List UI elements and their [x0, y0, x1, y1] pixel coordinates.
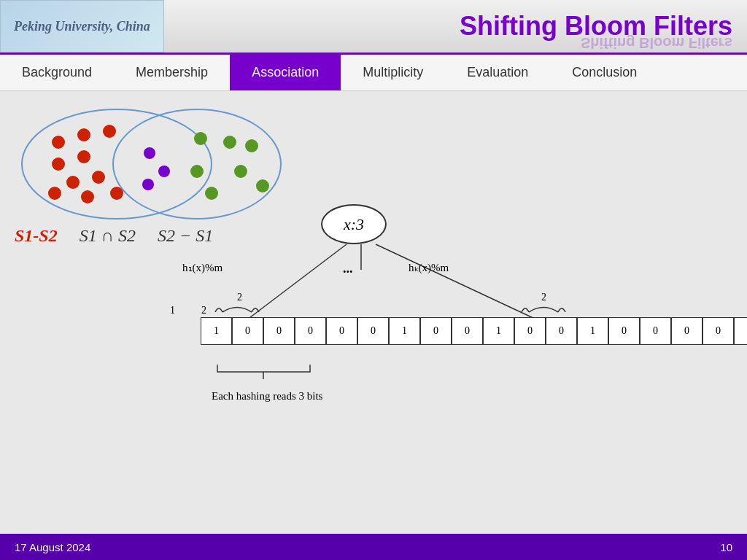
svg-point-9 [48, 187, 61, 200]
svg-point-3 [77, 128, 90, 141]
title-reflection: Shifting Bloom Filters [581, 34, 732, 51]
venn-diagram [15, 98, 292, 222]
array-cell-16: 0 [703, 317, 734, 345]
svg-point-21 [256, 179, 269, 192]
svg-point-13 [158, 166, 170, 177]
svg-point-17 [245, 139, 258, 152]
s1s2-label: S1-S2 [15, 226, 58, 246]
svg-point-6 [77, 150, 90, 163]
svg-point-5 [52, 158, 65, 171]
hashk-label: hₖ(x)%m [409, 261, 449, 274]
header: Peking University, China Shifting Bloom … [0, 0, 747, 55]
hash1-label: h₁(x)%m [182, 261, 222, 274]
array-cell-10: 0 [514, 317, 546, 345]
svg-point-2 [52, 136, 65, 149]
svg-point-16 [223, 136, 236, 149]
nav-item-background[interactable]: Background [0, 55, 114, 90]
svg-point-8 [92, 171, 105, 184]
intersection-label: S1 ∩ S2 [80, 226, 136, 246]
footer-date: 17 August 2024 [15, 541, 90, 553]
bit-array: 1000001001001000001001 [201, 317, 747, 345]
nav-item-association[interactable]: Association [230, 55, 341, 90]
array-cell-12: 1 [577, 317, 608, 345]
m-labels: m m+3 [708, 305, 747, 316]
nav-item-evaluation[interactable]: Evaluation [445, 55, 550, 90]
nav-item-membership[interactable]: Membership [114, 55, 230, 90]
dots-label: ... [343, 261, 353, 276]
svg-point-14 [142, 179, 154, 190]
svg-point-4 [103, 125, 116, 138]
svg-point-19 [234, 165, 247, 178]
array-cell-2: 0 [263, 317, 295, 345]
element-oval: x:3 [321, 204, 387, 244]
svg-point-11 [110, 187, 123, 200]
svg-point-7 [66, 176, 80, 189]
navigation-bar: BackgroundMembershipAssociationMultiplic… [0, 55, 747, 91]
element-label: x:3 [344, 215, 364, 234]
footer: 17 August 2024 10 [0, 534, 747, 560]
array-cell-11: 0 [546, 317, 577, 345]
svg-line-22 [241, 244, 347, 324]
array-cell-14: 0 [640, 317, 671, 345]
footer-page: 10 [720, 541, 732, 553]
array-cell-6: 1 [389, 317, 420, 345]
bracket-label: Each hashing reads 3 bits [212, 390, 322, 402]
svg-point-10 [81, 190, 94, 203]
array-cell-13: 0 [608, 317, 640, 345]
array-cell-3: 0 [295, 317, 326, 345]
svg-point-0 [22, 109, 212, 219]
university-logo: Peking University, China [0, 0, 164, 52]
svg-point-20 [205, 187, 218, 200]
array-top-labels: 1 2 [157, 305, 220, 316]
array-cell-5: 0 [357, 317, 389, 345]
svg-point-1 [113, 109, 281, 219]
array-cell-15: 0 [671, 317, 703, 345]
content-area: S1-S2 S1 ∩ S2 S2 − S1 [0, 91, 747, 534]
array-cell-9: 1 [483, 317, 514, 345]
right-2-label: 2 [541, 292, 546, 303]
array-cell-7: 0 [420, 317, 452, 345]
university-name: Peking University, China [14, 19, 150, 34]
left-2-label: 2 [237, 292, 242, 303]
svg-line-23 [376, 244, 547, 324]
nav-item-conclusion[interactable]: Conclusion [550, 55, 659, 90]
array-cell-0: 1 [201, 317, 232, 345]
array-cell-4: 0 [326, 317, 357, 345]
svg-point-18 [190, 165, 204, 178]
set-labels: S1-S2 S1 ∩ S2 S2 − S1 [15, 226, 213, 246]
array-cell-8: 0 [452, 317, 483, 345]
difference-label: S2 − S1 [158, 226, 213, 246]
array-cell-1: 0 [232, 317, 263, 345]
array-cell-17: 0 [734, 317, 747, 345]
nav-item-multiplicity[interactable]: Multiplicity [341, 55, 445, 90]
svg-point-12 [144, 147, 155, 159]
svg-point-15 [194, 132, 207, 145]
